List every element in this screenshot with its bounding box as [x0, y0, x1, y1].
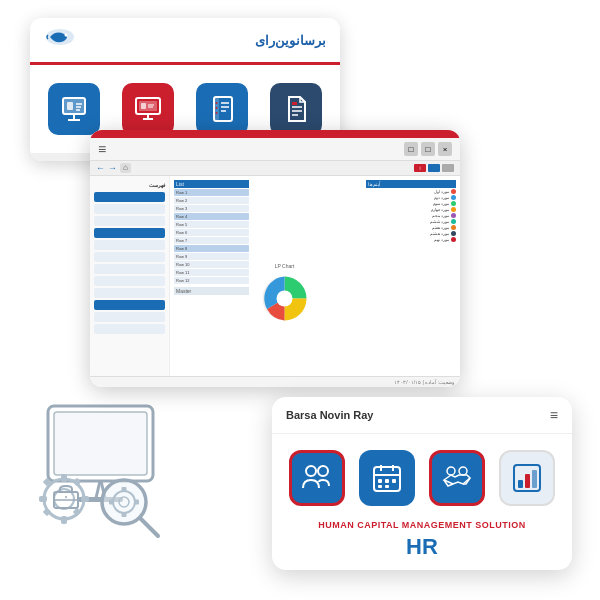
- sidebar-row-6[interactable]: [94, 252, 165, 262]
- svg-rect-63: [378, 479, 382, 483]
- top-icon-4: [270, 83, 322, 135]
- hamburger-menu-icon[interactable]: ≡: [550, 407, 558, 423]
- mid-card-toolbar: ≡ □ □ ×: [90, 138, 460, 161]
- people-icon: [301, 462, 333, 494]
- action-icon-1[interactable]: i: [414, 164, 426, 172]
- panel-row-2[interactable]: Row 2: [174, 197, 249, 204]
- svg-rect-55: [109, 500, 114, 505]
- card-bottom-hr-title: HR: [272, 532, 572, 570]
- sidebar-row-8[interactable]: [94, 276, 165, 286]
- panel-row-3[interactable]: Row 3: [174, 205, 249, 212]
- panel-row-6[interactable]: Row 6: [174, 229, 249, 236]
- bottom-card-icons-row: [272, 434, 572, 516]
- svg-point-30: [277, 291, 293, 307]
- panel-row-11[interactable]: Row 11: [174, 269, 249, 276]
- svg-point-68: [447, 467, 455, 475]
- sidebar-row-7[interactable]: [94, 264, 165, 274]
- list-item-5: مورد پنجم: [366, 213, 456, 218]
- list-item-4: مورد چهارم: [366, 207, 456, 212]
- sidebar-row-9[interactable]: [94, 288, 165, 298]
- nav-back[interactable]: ←: [96, 163, 105, 173]
- panel-title: List: [174, 180, 249, 188]
- sidebar-row-3[interactable]: [94, 216, 165, 226]
- sidebar-row-12[interactable]: [94, 324, 165, 334]
- panel-row-10[interactable]: Row 10: [174, 261, 249, 268]
- list-item-6: مورد ششم: [366, 219, 456, 224]
- mid-sidebar-header: فهرست: [92, 180, 167, 190]
- mid-card-footer: وضعیت: آماده | ۱۴۰۳/۰۱/۱۵: [90, 376, 460, 387]
- mid-action-icons: i: [414, 164, 454, 172]
- svg-point-57: [306, 466, 316, 476]
- mid-left-panel: List Row 1 Row 2 Row 3 Row 4 Row 5 Row 6…: [174, 180, 249, 335]
- bottom-card-header: Barsa Novin Ray ≡: [272, 397, 572, 434]
- brand-name: Barsa Novin Ray: [286, 409, 373, 421]
- toolbar-icon-3[interactable]: ×: [438, 142, 452, 156]
- presentation-icon: [48, 83, 100, 135]
- list-item-3: مورد سوم: [366, 201, 456, 206]
- bottom-card: Barsa Novin Ray ≡: [272, 397, 572, 570]
- svg-rect-2: [63, 98, 85, 114]
- svg-rect-64: [385, 479, 389, 483]
- mid-card: ≡ □ □ × ← → ⌂ i فهرست: [90, 130, 460, 387]
- computer-illustration: [18, 396, 193, 565]
- panel-row-4[interactable]: Row 4: [174, 213, 249, 220]
- svg-rect-54: [122, 512, 127, 517]
- top-card-title: برسانوین‌رای: [255, 33, 326, 48]
- svg-rect-67: [385, 485, 389, 488]
- svg-rect-14: [141, 103, 146, 109]
- footer-status: وضعیت: آماده | ۱۴۰۳/۰۱/۱۵: [394, 379, 454, 385]
- nav-home[interactable]: ⌂: [120, 163, 131, 173]
- sidebar-row-10[interactable]: [94, 300, 165, 310]
- panel-row-7[interactable]: Row 7: [174, 237, 249, 244]
- panel-footer: Master: [174, 287, 249, 295]
- panel-row-9[interactable]: Row 9: [174, 253, 249, 260]
- card-bottom-subtitle-text: HUMAN CAPITAL MANAGEMENT SOLUTION: [272, 516, 572, 532]
- toolbar-icon-1[interactable]: □: [404, 142, 418, 156]
- magnifier-illustration: [102, 480, 158, 536]
- toolbar-icon-2[interactable]: □: [421, 142, 435, 156]
- panel-row-1[interactable]: Row 1: [174, 189, 249, 196]
- svg-rect-41: [81, 496, 89, 502]
- bottom-icon-calendar: [359, 450, 415, 506]
- sidebar-row-1[interactable]: [94, 192, 165, 202]
- svg-point-23: [216, 107, 218, 109]
- people-icon-box[interactable]: [289, 450, 345, 506]
- svg-rect-39: [61, 516, 67, 524]
- top-card-header: برسانوین‌رای: [30, 18, 340, 65]
- action-icon-3[interactable]: [442, 164, 454, 172]
- mid-nav-row: ← → ⌂ i: [90, 161, 460, 176]
- svg-point-69: [459, 467, 467, 475]
- document-icon: [270, 83, 322, 135]
- sidebar-row-11[interactable]: [94, 312, 165, 322]
- bottom-icon-handshake: [429, 450, 485, 506]
- panel-row-8[interactable]: Row 8: [174, 245, 249, 252]
- sidebar-row-2[interactable]: [94, 204, 165, 214]
- calendar-icon: [371, 462, 403, 494]
- svg-line-50: [140, 518, 158, 536]
- svg-rect-73: [532, 470, 537, 488]
- svg-rect-65: [392, 479, 396, 483]
- toolbar-icons: □ □ ×: [404, 142, 452, 156]
- computer-svg: [18, 396, 193, 561]
- action-icon-2[interactable]: [428, 164, 440, 172]
- svg-rect-53: [122, 487, 127, 492]
- sidebar-row-4[interactable]: [94, 228, 165, 238]
- panel-row-12[interactable]: Row 12: [174, 277, 249, 284]
- bottom-icon-chart: [499, 450, 555, 506]
- svg-rect-6: [67, 102, 73, 110]
- calendar-icon-box[interactable]: [359, 450, 415, 506]
- mid-main-content: List Row 1 Row 2 Row 3 Row 4 Row 5 Row 6…: [170, 176, 460, 376]
- data-list-header: آیتم‌ها: [366, 180, 456, 188]
- mid-card-body: فهرست List Row 1: [90, 176, 460, 376]
- top-icon-2: [122, 83, 174, 135]
- sidebar-row-5[interactable]: [94, 240, 165, 250]
- nav-forward[interactable]: →: [108, 163, 117, 173]
- svg-rect-32: [54, 412, 147, 475]
- chart-icon-box[interactable]: [499, 450, 555, 506]
- panel-row-5[interactable]: Row 5: [174, 221, 249, 228]
- monitor-icon: [122, 83, 174, 135]
- mid-right-panel: آیتم‌ها مورد اول مورد دوم مورد سوم مورد …: [252, 180, 456, 335]
- mid-nav-buttons: ← → ⌂: [96, 163, 131, 173]
- hamburger-icon[interactable]: ≡: [98, 141, 106, 157]
- handshake-icon-box[interactable]: [429, 450, 485, 506]
